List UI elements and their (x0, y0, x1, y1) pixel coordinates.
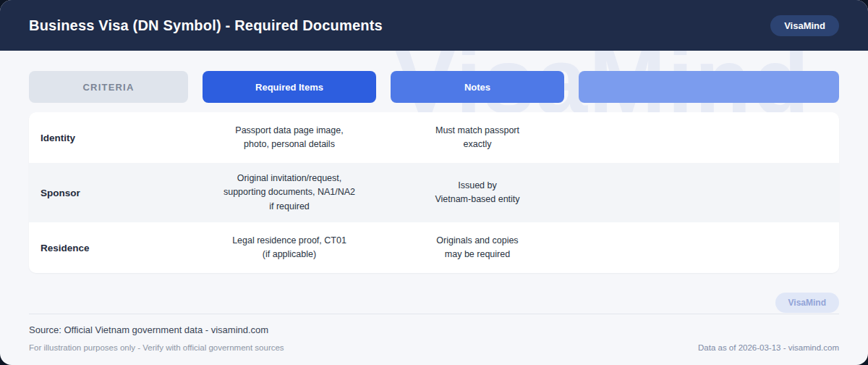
footer-divider (29, 314, 839, 314)
table-row-sponsor: Sponsor Original invitation/request, sup… (29, 163, 839, 222)
column-header-extra[interactable] (579, 71, 839, 103)
page-card: VisaMind Business Visa (DN Symbol) - Req… (0, 0, 868, 365)
source-text: Source: Official Vietnam government data… (29, 324, 268, 335)
documents-table: Identity Passport data page image, photo… (29, 112, 839, 273)
column-header-notes[interactable]: Notes (391, 71, 564, 103)
disclaimer-text: For illustration purposes only - Verify … (29, 343, 284, 352)
notes-cell: Must match passport exactly (391, 115, 564, 161)
table-row-identity: Identity Passport data page image, photo… (29, 112, 839, 163)
required-items-cell: Legal residence proof, CT01 (if applicab… (203, 225, 376, 271)
column-header-required-items[interactable]: Required Items (203, 71, 376, 103)
notes-cell: Issued by Vietnam-based entity (391, 170, 564, 216)
brand-badge-top[interactable]: VisaMind (770, 15, 839, 36)
column-header-criteria[interactable]: CRITERIA (29, 71, 188, 103)
data-as-of-text: Data as of 2026-03-13 - visamind.com (698, 343, 839, 352)
required-items-cell: Passport data page image, photo, persona… (203, 115, 376, 161)
required-items-cell: Original invitation/request, supporting … (203, 163, 376, 222)
criteria-cell: Sponsor (29, 188, 188, 198)
column-header-row: CRITERIA Required Items Notes (29, 71, 839, 103)
brand-badge-bottom[interactable]: VisaMind (775, 293, 839, 313)
table-row-residence: Residence Legal residence proof, CT01 (i… (29, 222, 839, 273)
criteria-cell: Residence (29, 243, 188, 253)
page-title: Business Visa (DN Symbol) - Required Doc… (29, 17, 383, 34)
notes-cell: Originals and copies may be required (391, 225, 564, 271)
top-bar: Business Visa (DN Symbol) - Required Doc… (0, 0, 868, 51)
criteria-cell: Identity (29, 133, 188, 143)
